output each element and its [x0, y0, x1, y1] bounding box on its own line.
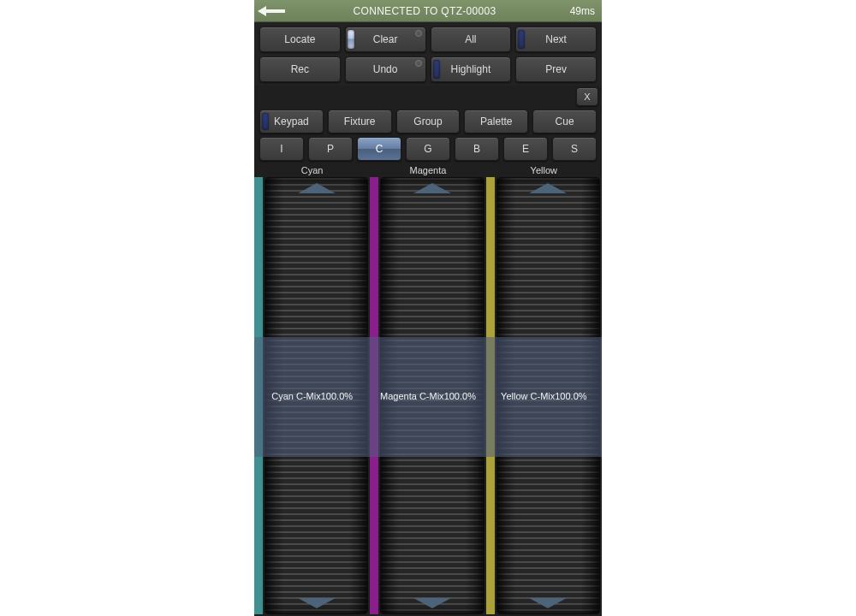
nav-label: Palette	[480, 116, 512, 127]
chevron-down-icon	[298, 598, 336, 608]
encoder-labels: CyanMagentaYellow	[254, 164, 602, 177]
chevron-down-icon	[413, 598, 451, 608]
attr-b[interactable]: B	[455, 137, 499, 161]
button-label: Locate	[284, 33, 315, 45]
back-button[interactable]	[254, 6, 288, 16]
rec-button[interactable]: Rec	[259, 56, 341, 82]
accent-indicator	[433, 60, 440, 79]
encoder-wheel[interactable]	[496, 177, 600, 614]
main-toolbar: LocateClearAllNextRecUndoHighlightPrev	[254, 22, 602, 86]
encoder-header: Magenta	[370, 165, 485, 175]
undo-button[interactable]: Undo	[345, 56, 426, 82]
locate-button[interactable]: Locate	[259, 27, 341, 52]
button-label: Rec	[291, 63, 309, 75]
encoder-yellow	[486, 177, 600, 614]
status-dot-icon	[415, 60, 422, 67]
encoder-header: Yellow	[486, 165, 602, 175]
encoder-color-strip	[486, 177, 495, 614]
nav-row: KeypadFixtureGroupPaletteCue	[254, 108, 602, 137]
attr-label: E	[522, 143, 529, 155]
nav-label: Keypad	[274, 116, 309, 127]
next-button[interactable]: Next	[515, 27, 597, 52]
nav-label: Fixture	[344, 116, 376, 127]
button-label: All	[465, 33, 476, 45]
encoder-color-strip	[254, 177, 263, 614]
encoder-area: Cyan C-Mix100.0%Magenta C-Mix100.0%Yello…	[254, 177, 602, 616]
attribute-row: IPCGBES	[254, 137, 602, 164]
nav-cue[interactable]: Cue	[532, 110, 597, 133]
chevron-up-icon	[298, 183, 336, 193]
attr-label: C	[376, 143, 383, 155]
button-label: Next	[545, 33, 567, 45]
attr-label: S	[571, 143, 578, 155]
attr-p[interactable]: P	[308, 137, 353, 161]
nav-keypad[interactable]: Keypad	[259, 110, 324, 133]
button-label: Highlight	[451, 63, 491, 75]
close-button[interactable]: X	[576, 87, 598, 106]
attr-i[interactable]: I	[259, 137, 304, 161]
encoder-wheel[interactable]	[380, 177, 484, 614]
chevron-up-icon	[529, 183, 567, 193]
nav-fixture[interactable]: Fixture	[328, 110, 392, 133]
encoder-header: Cyan	[254, 165, 370, 175]
all-button[interactable]: All	[431, 27, 512, 52]
highlight-button[interactable]: Highlight	[431, 56, 512, 82]
close-strip: X	[254, 86, 602, 108]
nav-group[interactable]: Group	[396, 110, 461, 133]
clear-button[interactable]: Clear	[345, 27, 426, 52]
button-label: Prev	[545, 63, 567, 75]
encoder-cyan	[254, 177, 368, 614]
close-button-label: X	[584, 92, 590, 102]
arrow-left-icon	[258, 6, 285, 16]
button-label: Undo	[373, 63, 398, 75]
prev-button[interactable]: Prev	[515, 56, 597, 82]
encoder-magenta	[370, 177, 484, 614]
nav-palette[interactable]: Palette	[464, 110, 528, 133]
button-label: Clear	[373, 33, 398, 45]
nav-label: Cue	[556, 116, 574, 127]
chevron-up-icon	[413, 183, 451, 193]
accent-indicator	[262, 113, 269, 130]
attr-label: P	[327, 143, 334, 155]
connection-bar: CONNECTED TO QTZ-00003 49ms	[254, 0, 602, 22]
connection-latency: 49ms	[561, 5, 602, 17]
connection-title: CONNECTED TO QTZ-00003	[288, 5, 561, 17]
encoder-wheel[interactable]	[265, 177, 368, 614]
app-frame: CONNECTED TO QTZ-00003 49ms LocateClearA…	[254, 0, 602, 616]
attr-label: G	[424, 143, 431, 155]
accent-indicator	[348, 30, 354, 49]
attr-g[interactable]: G	[406, 137, 450, 161]
accent-indicator	[518, 30, 525, 49]
encoder-color-strip	[370, 177, 378, 614]
attr-c[interactable]: C	[357, 137, 401, 161]
status-dot-icon	[415, 30, 422, 37]
nav-label: Group	[413, 116, 442, 127]
attr-label: B	[473, 143, 480, 155]
attr-s[interactable]: S	[552, 137, 597, 161]
attr-label: I	[280, 143, 282, 155]
attr-e[interactable]: E	[503, 137, 548, 161]
chevron-down-icon	[529, 598, 567, 608]
